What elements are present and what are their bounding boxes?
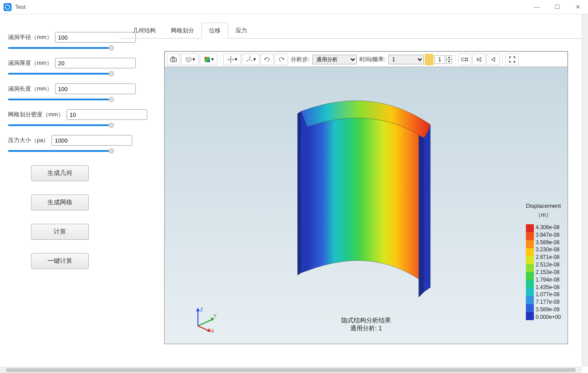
maximize-button[interactable]: ☐: [547, 0, 568, 14]
tab-1[interactable]: 网格划分: [163, 23, 201, 39]
legend-value: 4.306e-08: [536, 224, 561, 230]
legend-value: 3.230e-08: [536, 246, 561, 253]
minimize-button[interactable]: —: [527, 0, 547, 14]
svg-rect-3: [172, 57, 174, 58]
sidebar-button-2[interactable]: 计算: [31, 224, 89, 240]
svg-rect-4: [205, 57, 210, 62]
axis-widget: Z Y X: [191, 306, 218, 333]
param-slider-4[interactable]: [8, 150, 112, 152]
param-slider-0[interactable]: [8, 47, 112, 49]
legend-swatch: [526, 288, 534, 296]
legend-swatch: [526, 304, 534, 312]
horizontal-scrollbar[interactable]: [0, 367, 582, 373]
legend-swatch: [526, 248, 534, 256]
svg-text:X: X: [211, 328, 214, 333]
legend-value: 2.871e-08: [536, 254, 561, 260]
legend-value: 2.512e-08: [536, 262, 561, 268]
camera-icon[interactable]: [167, 54, 180, 65]
legend-value: 1.077e-08: [536, 291, 561, 298]
legend-swatch: [526, 256, 534, 264]
close-button[interactable]: ✕: [568, 0, 588, 14]
svg-text:Y: Y: [252, 60, 253, 62]
legend-swatch: [526, 312, 534, 320]
skip-start-icon[interactable]: [472, 54, 485, 65]
legend-swatch: [526, 272, 534, 280]
param-label: 网格划分密度（mm）: [8, 111, 64, 119]
frame-stepper[interactable]: ▲▼: [446, 55, 452, 64]
legend-value: 1.794e-08: [536, 277, 561, 283]
legend-swatch: [526, 280, 534, 288]
param-row-3: 网格划分密度（mm）: [8, 109, 112, 126]
param-row-0: 涵洞半径（mm）: [8, 32, 112, 49]
legend-swatch: [526, 232, 534, 240]
param-label: 压力大小（pa）: [8, 136, 49, 144]
legend-swatch: [526, 224, 534, 232]
tab-3[interactable]: 应力: [228, 23, 255, 39]
video-camera-icon[interactable]: [458, 54, 471, 65]
viewer-3d[interactable]: ▾ ▾ ▾ ZYX▾ 分析步: 通用分析 时间/频率: 1 ▲▼: [164, 51, 568, 344]
rotate-ccw-icon[interactable]: [260, 54, 274, 65]
contour-icon[interactable]: ▾: [200, 54, 217, 65]
horizontal-scroll-thumb[interactable]: [6, 368, 576, 372]
content-area: 几何结构网格划分位移应力 ▾ ▾ ▾ ZYX▾ 分析步: 通用分析 时间/频率:…: [120, 14, 588, 367]
rotate-axis-icon[interactable]: ZYX▾: [242, 54, 260, 65]
svg-point-2: [172, 58, 175, 61]
frame-input[interactable]: [434, 55, 445, 64]
svg-line-15: [198, 326, 209, 331]
param-label: 涵洞厚度（mm）: [8, 59, 52, 67]
tab-0[interactable]: 几何结构: [125, 23, 163, 39]
tabs: 几何结构网格划分位移应力: [120, 22, 588, 39]
param-slider-1[interactable]: [8, 73, 112, 75]
result-caption: 隐式结构分析结果 通用分析: 1: [341, 317, 391, 333]
color-legend: Displacement （m） 4.306e-083.947e-083.589…: [526, 202, 561, 320]
app-icon: [4, 3, 12, 11]
param-slider-2[interactable]: [8, 99, 112, 100]
legend-value: 0.000e+00: [536, 314, 561, 320]
svg-text:Z: Z: [200, 307, 203, 312]
time-freq-select[interactable]: 1: [388, 55, 424, 64]
window-title: Test: [15, 4, 26, 10]
sidebar-button-1[interactable]: 生成网格: [31, 194, 89, 210]
canvas-3d[interactable]: Z Y X 隐式结构分析结果 通用分析: 1: [165, 67, 568, 344]
tab-2[interactable]: 位移: [201, 23, 228, 39]
time-freq-label: 时间/频率:: [359, 56, 386, 63]
fullscreen-icon[interactable]: [505, 54, 519, 65]
param-row-4: 压力大小（pa）: [8, 135, 112, 152]
vertical-scrollbar[interactable]: [582, 14, 588, 367]
svg-line-12: [198, 319, 213, 326]
legend-value: 3.947e-08: [536, 232, 561, 238]
svg-text:X: X: [246, 60, 248, 62]
analysis-step-label: 分析步:: [291, 56, 310, 63]
titlebar: Test — ☐ ✕: [0, 0, 588, 14]
legend-value: 1.435e-08: [536, 284, 561, 290]
svg-marker-10: [196, 308, 200, 311]
param-label: 涵洞半径（mm）: [8, 33, 52, 41]
param-label: 涵洞长度（mm）: [8, 85, 52, 93]
legend-swatch: [526, 240, 534, 248]
cube-view-icon[interactable]: ▾: [181, 54, 199, 65]
rotate-cw-icon[interactable]: [275, 54, 288, 65]
play-reverse-icon[interactable]: [486, 54, 500, 65]
move-icon[interactable]: ▾: [223, 54, 241, 65]
svg-rect-8: [462, 58, 466, 61]
sidebar: 涵洞半径（mm） 涵洞厚度（mm） 涵洞长度（mm） 网格划分密度（mm） 压力…: [0, 14, 120, 367]
analysis-step-select[interactable]: 通用分析: [312, 55, 357, 64]
legend-value: 2.153e-08: [536, 269, 561, 275]
param-row-1: 涵洞厚度（mm）: [8, 58, 112, 75]
viewer-toolbar: ▾ ▾ ▾ ZYX▾ 分析步: 通用分析 时间/频率: 1 ▲▼: [165, 52, 567, 67]
legend-swatch: [526, 296, 534, 304]
sidebar-button-3[interactable]: 一键计算: [31, 253, 89, 269]
svg-text:Z: Z: [250, 56, 251, 58]
legend-value: 3.589e-08: [536, 239, 561, 246]
svg-text:Y: Y: [213, 313, 217, 318]
sidebar-button-0[interactable]: 生成几何: [31, 165, 89, 181]
param-row-2: 涵洞长度（mm）: [8, 83, 112, 100]
legend-swatch: [526, 264, 534, 272]
link-toggle-icon[interactable]: [425, 54, 434, 65]
svg-point-0: [5, 5, 10, 9]
legend-value: 7.177e-09: [536, 299, 561, 305]
legend-value: 3.589e-09: [536, 306, 561, 313]
param-slider-3[interactable]: [8, 124, 112, 126]
